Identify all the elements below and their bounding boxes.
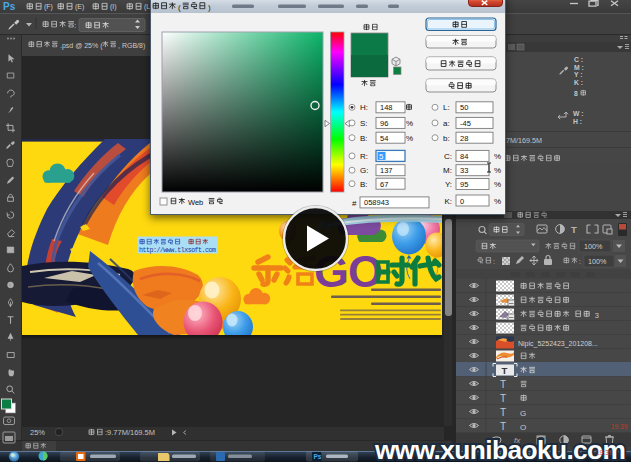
svg-text:www.xunibaoku.com: www.xunibaoku.com [374, 435, 625, 462]
svg-text:19:39: 19:39 [611, 423, 628, 430]
svg-text:19:39: 19:39 [596, 449, 613, 456]
